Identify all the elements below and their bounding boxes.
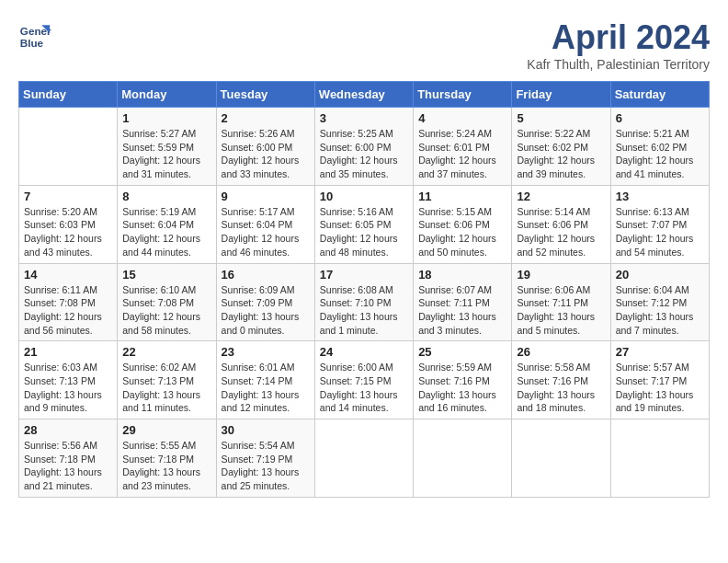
day-number: 23 xyxy=(222,345,310,359)
day-info: Sunrise: 5:22 AM Sunset: 6:02 PM Dayligh… xyxy=(517,127,605,181)
logo: General Blue General Blue xyxy=(18,18,51,52)
day-cell: 8Sunrise: 5:19 AM Sunset: 6:04 PM Daylig… xyxy=(118,185,216,263)
day-cell: 13Sunrise: 6:13 AM Sunset: 7:07 PM Dayli… xyxy=(610,185,709,263)
subtitle: Kafr Thulth, Palestinian Territory xyxy=(527,57,710,72)
header-day: Thursday xyxy=(414,82,512,108)
day-info: Sunrise: 6:07 AM Sunset: 7:11 PM Dayligh… xyxy=(418,283,506,338)
day-info: Sunrise: 5:21 AM Sunset: 6:02 PM Dayligh… xyxy=(616,127,704,181)
calendar-table: SundayMondayTuesdayWednesdayThursdayFrid… xyxy=(18,81,710,498)
page-header: General Blue General Blue April 2024 Kaf… xyxy=(18,18,710,72)
day-cell: 29Sunrise: 5:55 AM Sunset: 7:18 PM Dayli… xyxy=(118,419,216,498)
logo-icon: General Blue xyxy=(18,18,51,52)
day-cell: 14Sunrise: 6:11 AM Sunset: 7:08 PM Dayli… xyxy=(19,263,118,341)
day-number: 29 xyxy=(122,423,210,437)
day-number: 18 xyxy=(418,268,506,282)
day-number: 3 xyxy=(320,111,408,125)
day-cell: 5Sunrise: 5:22 AM Sunset: 6:02 PM Daylig… xyxy=(512,108,610,186)
day-cell: 27Sunrise: 5:57 AM Sunset: 7:17 PM Dayli… xyxy=(610,341,709,419)
day-cell xyxy=(512,419,610,498)
week-row: 7Sunrise: 5:20 AM Sunset: 6:03 PM Daylig… xyxy=(19,185,710,263)
day-cell: 6Sunrise: 5:21 AM Sunset: 6:02 PM Daylig… xyxy=(610,108,709,186)
day-number: 28 xyxy=(24,423,112,437)
day-cell: 21Sunrise: 6:03 AM Sunset: 7:13 PM Dayli… xyxy=(19,341,118,419)
day-cell: 7Sunrise: 5:20 AM Sunset: 6:03 PM Daylig… xyxy=(19,185,118,263)
day-info: Sunrise: 5:25 AM Sunset: 6:00 PM Dayligh… xyxy=(320,127,408,181)
day-info: Sunrise: 6:08 AM Sunset: 7:10 PM Dayligh… xyxy=(320,283,408,338)
day-cell: 9Sunrise: 5:17 AM Sunset: 6:04 PM Daylig… xyxy=(216,185,314,263)
header-day: Saturday xyxy=(610,82,709,108)
day-number: 10 xyxy=(320,190,408,203)
day-number: 8 xyxy=(122,190,210,203)
day-cell: 1Sunrise: 5:27 AM Sunset: 5:59 PM Daylig… xyxy=(118,108,216,186)
day-cell xyxy=(19,108,118,186)
day-cell: 30Sunrise: 5:54 AM Sunset: 7:19 PM Dayli… xyxy=(216,419,314,498)
day-cell: 26Sunrise: 5:58 AM Sunset: 7:16 PM Dayli… xyxy=(512,341,610,419)
day-number: 6 xyxy=(616,111,704,125)
day-cell: 10Sunrise: 5:16 AM Sunset: 6:05 PM Dayli… xyxy=(314,185,413,263)
day-info: Sunrise: 6:02 AM Sunset: 7:13 PM Dayligh… xyxy=(122,361,210,415)
day-number: 19 xyxy=(517,268,605,282)
day-info: Sunrise: 5:16 AM Sunset: 6:05 PM Dayligh… xyxy=(320,205,408,259)
day-info: Sunrise: 6:13 AM Sunset: 7:07 PM Dayligh… xyxy=(616,205,704,259)
day-info: Sunrise: 5:55 AM Sunset: 7:18 PM Dayligh… xyxy=(122,439,210,493)
day-number: 7 xyxy=(24,190,112,203)
day-cell: 2Sunrise: 5:26 AM Sunset: 6:00 PM Daylig… xyxy=(216,108,314,186)
day-cell: 25Sunrise: 5:59 AM Sunset: 7:16 PM Dayli… xyxy=(414,341,512,419)
day-cell: 4Sunrise: 5:24 AM Sunset: 6:01 PM Daylig… xyxy=(414,108,512,186)
day-cell: 18Sunrise: 6:07 AM Sunset: 7:11 PM Dayli… xyxy=(414,263,512,341)
week-row: 28Sunrise: 5:56 AM Sunset: 7:18 PM Dayli… xyxy=(19,419,710,498)
day-cell: 11Sunrise: 5:15 AM Sunset: 6:06 PM Dayli… xyxy=(414,185,512,263)
day-info: Sunrise: 5:58 AM Sunset: 7:16 PM Dayligh… xyxy=(517,361,605,415)
day-info: Sunrise: 5:19 AM Sunset: 6:04 PM Dayligh… xyxy=(122,205,210,259)
day-cell: 12Sunrise: 5:14 AM Sunset: 6:06 PM Dayli… xyxy=(512,185,610,263)
day-info: Sunrise: 5:54 AM Sunset: 7:19 PM Dayligh… xyxy=(222,439,310,493)
calendar-body: 1Sunrise: 5:27 AM Sunset: 5:59 PM Daylig… xyxy=(19,108,710,498)
day-number: 15 xyxy=(122,268,210,282)
day-number: 22 xyxy=(122,345,210,359)
day-info: Sunrise: 6:00 AM Sunset: 7:15 PM Dayligh… xyxy=(320,361,408,415)
day-number: 11 xyxy=(418,190,506,203)
day-info: Sunrise: 6:04 AM Sunset: 7:12 PM Dayligh… xyxy=(616,283,704,338)
day-cell: 20Sunrise: 6:04 AM Sunset: 7:12 PM Dayli… xyxy=(610,263,709,341)
header-day: Wednesday xyxy=(314,82,413,108)
day-cell xyxy=(414,419,512,498)
day-info: Sunrise: 6:09 AM Sunset: 7:09 PM Dayligh… xyxy=(222,283,310,338)
header-day: Sunday xyxy=(19,82,118,108)
day-number: 27 xyxy=(616,345,704,359)
day-info: Sunrise: 5:24 AM Sunset: 6:01 PM Dayligh… xyxy=(418,127,506,181)
day-info: Sunrise: 5:59 AM Sunset: 7:16 PM Dayligh… xyxy=(418,361,506,415)
day-info: Sunrise: 5:57 AM Sunset: 7:17 PM Dayligh… xyxy=(616,361,704,415)
day-info: Sunrise: 6:01 AM Sunset: 7:14 PM Dayligh… xyxy=(222,361,310,415)
day-number: 4 xyxy=(418,111,506,125)
header-day: Friday xyxy=(512,82,610,108)
day-cell: 15Sunrise: 6:10 AM Sunset: 7:08 PM Dayli… xyxy=(118,263,216,341)
day-number: 5 xyxy=(517,111,605,125)
calendar-header: SundayMondayTuesdayWednesdayThursdayFrid… xyxy=(19,82,710,108)
day-number: 1 xyxy=(122,111,210,125)
week-row: 14Sunrise: 6:11 AM Sunset: 7:08 PM Dayli… xyxy=(19,263,710,341)
day-number: 24 xyxy=(320,345,408,359)
day-number: 9 xyxy=(222,190,310,203)
week-row: 1Sunrise: 5:27 AM Sunset: 5:59 PM Daylig… xyxy=(19,108,710,186)
day-cell xyxy=(610,419,709,498)
header-day: Monday xyxy=(118,82,216,108)
day-number: 2 xyxy=(222,111,310,125)
day-info: Sunrise: 5:17 AM Sunset: 6:04 PM Dayligh… xyxy=(222,205,310,259)
day-cell: 23Sunrise: 6:01 AM Sunset: 7:14 PM Dayli… xyxy=(216,341,314,419)
day-number: 17 xyxy=(320,268,408,282)
day-info: Sunrise: 5:20 AM Sunset: 6:03 PM Dayligh… xyxy=(24,205,112,259)
day-cell: 28Sunrise: 5:56 AM Sunset: 7:18 PM Dayli… xyxy=(19,419,118,498)
day-number: 16 xyxy=(222,268,310,282)
day-info: Sunrise: 6:06 AM Sunset: 7:11 PM Dayligh… xyxy=(517,283,605,338)
month-title: April 2024 xyxy=(527,18,710,57)
day-cell: 16Sunrise: 6:09 AM Sunset: 7:09 PM Dayli… xyxy=(216,263,314,341)
day-number: 30 xyxy=(222,423,310,437)
day-cell xyxy=(314,419,413,498)
day-number: 20 xyxy=(616,268,704,282)
day-info: Sunrise: 5:14 AM Sunset: 6:06 PM Dayligh… xyxy=(517,205,605,259)
title-block: April 2024 Kafr Thulth, Palestinian Terr… xyxy=(527,18,710,72)
day-cell: 3Sunrise: 5:25 AM Sunset: 6:00 PM Daylig… xyxy=(314,108,413,186)
day-number: 14 xyxy=(24,268,112,282)
day-info: Sunrise: 6:11 AM Sunset: 7:08 PM Dayligh… xyxy=(24,283,112,338)
week-row: 21Sunrise: 6:03 AM Sunset: 7:13 PM Dayli… xyxy=(19,341,710,419)
